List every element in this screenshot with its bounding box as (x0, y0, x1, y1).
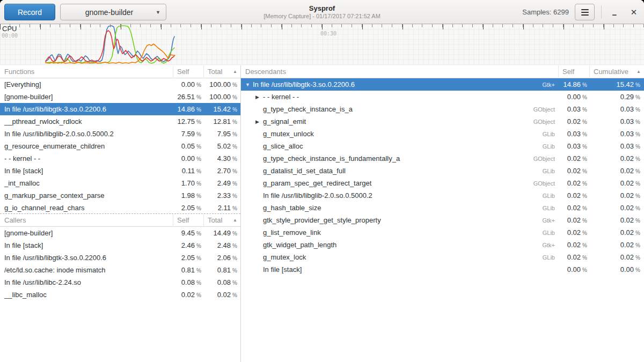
table-row[interactable]: [gnome-builder]9.45%14.49% (0, 227, 240, 239)
cpu-series-cpu-red (46, 31, 174, 62)
library-tag: GObject (521, 106, 558, 113)
library-tag: GLib (521, 168, 558, 174)
functions-table-header: Functions Self Total ▲ (0, 65, 240, 78)
tree-row[interactable]: gtk_widget_path_lengthGtk+0.02%0.02% (241, 239, 644, 251)
library-tag: GLib (521, 230, 558, 236)
functions-table-body: [Everything]0.00%100.00%[gnome-builder]2… (0, 78, 240, 214)
library-tag: GObject (521, 180, 558, 187)
table-row[interactable]: g_io_channel_read_chars2.05%2.11% (0, 202, 240, 214)
capture-subtitle: [Memory Capture] - 01/17/2017 07:21:52 A… (264, 12, 380, 20)
function-name: In file /usr/lib/libgtk-3.so.0.2200.6 (0, 254, 173, 262)
descendants-panel: Descendants Self Cumulative ▲ ▼In file /… (241, 65, 644, 362)
process-selector-value: gnome-builder (66, 8, 152, 17)
table-row[interactable]: [gnome-builder]26.51%100.00% (0, 91, 240, 103)
function-name: g_markup_parse_context_parse (0, 191, 173, 200)
sysprof-window: Record gnome-builder ▼ Sysprof [Memory C… (0, 0, 644, 362)
functions-column-header[interactable]: Functions (0, 68, 173, 76)
callers-table-body: [gnome-builder]9.45%14.49%In file [stack… (0, 227, 240, 301)
table-row[interactable]: In file /usr/lib/libgtk-3.so.0.2200.614.… (0, 103, 240, 115)
expander-open-icon[interactable]: ▼ (245, 82, 253, 87)
menu-button[interactable] (575, 4, 595, 20)
time-label-mid: 00:30 (320, 31, 336, 36)
sort-ascending-icon: ▲ (636, 69, 641, 74)
tree-row[interactable]: g_datalist_id_set_data_fullGLib0.02%0.02… (241, 165, 644, 177)
library-tag: GLib (521, 205, 558, 211)
cpu-visualizer[interactable]: CPU 00:00 00:30 (0, 24, 644, 65)
function-name: g_io_channel_read_chars (0, 204, 173, 212)
table-row[interactable]: g_resource_enumerate_children0.05%5.02% (0, 140, 240, 152)
function-name: [Everything] (0, 80, 173, 88)
table-row[interactable]: /etc/ld.so.cache: inode mismatch0.81%0.8… (0, 264, 240, 276)
tree-row[interactable]: g_type_check_instance_is_fundamentally_a… (241, 152, 644, 165)
table-row[interactable]: [Everything]0.00%100.00% (0, 78, 240, 91)
expander-closed-icon[interactable]: ▶ (255, 94, 263, 100)
library-tag: GLib (521, 193, 558, 199)
tree-row[interactable]: g_mutex_lockGLib0.02%0.02% (241, 251, 644, 263)
function-name: g_signal_emit (263, 117, 306, 125)
tree-row[interactable]: gtk_style_provider_get_style_propertyGtk… (241, 214, 644, 226)
record-button[interactable]: Record (4, 4, 55, 20)
function-name: _int_malloc (0, 179, 173, 187)
record-button-label: Record (18, 8, 42, 17)
close-icon: ✕ (631, 8, 638, 17)
function-name: g_datalist_id_set_data_full (263, 167, 346, 175)
header-bar: Record gnome-builder ▼ Sysprof [Memory C… (0, 0, 644, 24)
callers-self-column-header[interactable]: Self (173, 214, 203, 227)
function-name: - - kernel - - (0, 154, 173, 162)
cpu-graph-label: CPU (2, 25, 17, 33)
table-row[interactable]: __libc_malloc0.02%0.02% (0, 289, 240, 301)
tree-row[interactable]: g_mutex_unlockGLib0.03%0.03% (241, 128, 644, 140)
tree-row[interactable]: ▶- - kernel - -0.00%0.29% (241, 91, 644, 103)
function-name: g_list_remove_link (263, 228, 321, 237)
function-name: g_type_check_instance_is_fundamentally_a (263, 154, 400, 162)
headerbar-separator (601, 5, 602, 19)
table-row[interactable]: In file [stack]0.11%2.70% (0, 165, 240, 177)
tree-row[interactable]: g_type_check_instance_is_aGObject0.03%0.… (241, 103, 644, 115)
functions-self-column-header[interactable]: Self (173, 65, 203, 78)
table-row[interactable]: _int_malloc1.70%2.49% (0, 177, 240, 189)
library-tag: GLib (521, 254, 558, 261)
tree-row[interactable]: g_param_spec_get_redirect_targetGObject0… (241, 177, 644, 189)
table-row[interactable]: In file /usr/lib/libgtk-3.so.0.2200.62.0… (0, 252, 240, 264)
function-name: g_slice_alloc (263, 142, 303, 150)
function-name: In file [stack] (0, 167, 173, 175)
table-row[interactable]: In file /usr/lib/libc-2.24.so0.08%0.08% (0, 276, 240, 289)
function-name: gtk_widget_path_length (263, 241, 336, 249)
function-name: In file [stack] (0, 241, 173, 249)
tree-row[interactable]: ▼In file /usr/lib/libgtk-3.so.0.2200.6Gt… (241, 78, 644, 91)
descendants-cumulative-column-header[interactable]: Cumulative ▲ (589, 65, 644, 78)
table-row[interactable]: In file [stack]2.46%2.48% (0, 239, 240, 252)
descendants-table-body: ▼In file /usr/lib/libgtk-3.so.0.2200.6Gt… (241, 78, 644, 276)
tree-row[interactable]: In file [stack]0.00%0.00% (241, 263, 644, 276)
callers-total-column-header[interactable]: Total ▲ (203, 214, 240, 227)
time-label-start: 00:00 (2, 33, 18, 39)
function-name: __libc_malloc (0, 291, 173, 299)
descendants-self-column-header[interactable]: Self (558, 65, 589, 78)
expander-closed-icon[interactable]: ▶ (255, 119, 263, 124)
minimize-icon: − (612, 11, 617, 19)
tree-row[interactable]: g_list_remove_linkGLib0.02%0.02% (241, 226, 644, 239)
table-row[interactable]: g_markup_parse_context_parse1.98%2.33% (0, 189, 240, 202)
table-row[interactable]: - - kernel - -0.00%4.30% (0, 152, 240, 165)
library-tag: GObject (521, 119, 558, 125)
callers-column-header[interactable]: Callers (0, 216, 173, 224)
library-tag: Gtk+ (521, 242, 558, 248)
sort-ascending-icon: ▲ (233, 69, 237, 74)
table-row[interactable]: In file /usr/lib/libglib-2.0.so.0.5000.2… (0, 128, 240, 140)
tree-row[interactable]: g_hash_table_sizeGLib0.02%0.02% (241, 202, 644, 214)
function-name: [gnome-builder] (0, 229, 173, 237)
tree-row[interactable]: g_slice_allocGLib0.03%0.03% (241, 140, 644, 152)
close-button[interactable]: ✕ (626, 4, 642, 20)
functions-total-column-header[interactable]: Total ▲ (203, 65, 240, 78)
function-name: In file /usr/lib/libglib-2.0.so.0.5000.2 (0, 130, 173, 138)
tree-row[interactable]: ▶g_signal_emitGObject0.02%0.03% (241, 115, 644, 128)
samples-count: Samples: 6299 (522, 0, 569, 24)
minimize-button[interactable]: − (606, 4, 623, 20)
function-name: [gnome-builder] (0, 93, 173, 101)
tree-row[interactable]: In file /usr/lib/libglib-2.0.so.0.5000.2… (241, 189, 644, 202)
process-selector-dropdown[interactable]: gnome-builder ▼ (60, 4, 166, 20)
descendants-column-header[interactable]: Descendants (241, 68, 558, 76)
chevron-down-icon: ▼ (156, 10, 160, 15)
function-name: In file /usr/lib/libc-2.24.so (0, 278, 173, 286)
table-row[interactable]: __pthread_rwlock_rdlock12.75%12.81% (0, 115, 240, 128)
